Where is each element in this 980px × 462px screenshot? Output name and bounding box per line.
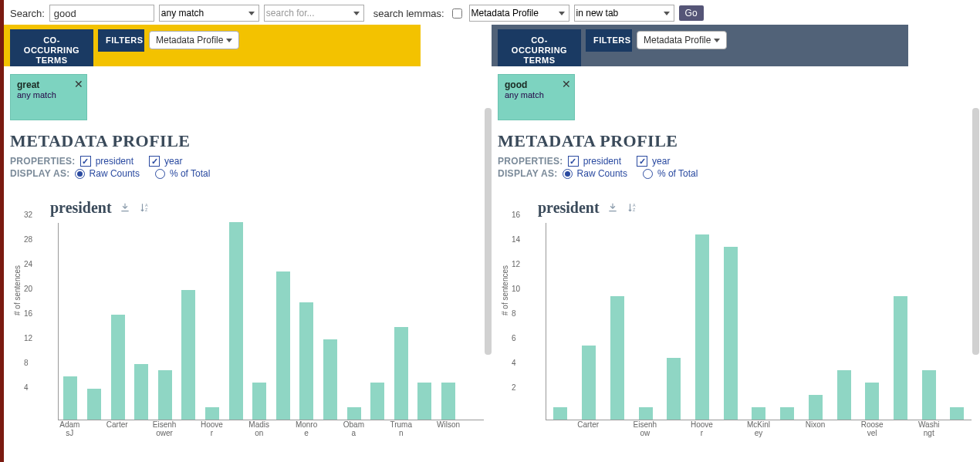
display-label: DISPLAY AS: <box>498 168 558 179</box>
chart-bar <box>394 327 408 420</box>
chart-bar <box>347 407 361 420</box>
search-input[interactable] <box>49 5 154 22</box>
display-pct-radio[interactable] <box>643 169 653 179</box>
go-button[interactable]: Go <box>679 5 704 21</box>
chart-ytick: 16 <box>24 309 32 318</box>
chart-download-icon[interactable] <box>120 202 132 214</box>
section-title: METADATA PROFILE <box>498 131 979 151</box>
chart-xlabel: Roosevel <box>860 421 884 437</box>
display-raw-label[interactable]: Raw Counts <box>577 168 627 179</box>
chart-download-icon[interactable] <box>607 202 620 214</box>
chart-xlabel: Madison <box>247 421 271 437</box>
chip-close-icon[interactable]: ✕ <box>74 78 83 90</box>
display-pct-label[interactable]: % of Total <box>170 168 210 179</box>
pane-right: CO-OCCURRING TERMS FILTERS Metadata Prof… <box>492 25 979 462</box>
search-label: Search: <box>10 8 45 19</box>
chart-xlabel: AdamsJ <box>58 421 82 437</box>
chip-subtitle: any match <box>505 90 568 99</box>
term-chip: good any match ✕ <box>498 74 575 120</box>
chart-bar <box>276 271 290 420</box>
chart-xlabel: Washingt <box>917 421 941 437</box>
view-select[interactable]: Metadata Profile <box>637 31 727 49</box>
chart-bar <box>252 383 266 420</box>
target-select[interactable]: in new tab <box>574 5 674 22</box>
chart-xlabel: Eisenhower <box>153 421 177 437</box>
chart-ytick: 4 <box>512 359 516 367</box>
chart-xlabel: McKinley <box>746 421 771 437</box>
chart-plot: # of sentences AdamsJCarterEisenhowerHoo… <box>41 223 492 439</box>
chart-ytick: 24 <box>24 260 32 268</box>
profile-select[interactable]: Metadata Profile <box>469 5 569 22</box>
chart-xlabel <box>176 421 200 437</box>
prop-year-label[interactable]: year <box>652 156 670 167</box>
search-for-select[interactable]: search for... <box>264 5 364 22</box>
prop-year-label[interactable]: year <box>164 156 182 167</box>
chart-bar <box>582 346 596 420</box>
prop-president-checkbox[interactable] <box>80 156 91 167</box>
chart-xlabel: Wilson <box>437 421 461 437</box>
chart-sort-icon[interactable]: AZ <box>627 202 640 214</box>
chart-bar <box>299 302 313 420</box>
chart-ytick: 28 <box>24 235 32 244</box>
match-mode-select[interactable]: any match <box>159 5 259 22</box>
chart-plot: # of sentences CarterEisenhowHooverMcKin… <box>529 223 979 439</box>
chart-bar <box>181 290 195 420</box>
chart-sort-icon[interactable]: AZ <box>140 202 152 214</box>
chart-bar <box>922 370 936 420</box>
chart-xlabel <box>460 421 484 437</box>
chart-xlabel <box>129 421 153 437</box>
chart-bar <box>724 247 738 420</box>
properties-label: PROPERTIES: <box>498 156 563 167</box>
display-pct-radio[interactable] <box>155 169 165 179</box>
prop-year-checkbox[interactable] <box>637 156 647 167</box>
chart-bar <box>752 407 765 420</box>
prop-president-label[interactable]: president <box>583 156 621 167</box>
chart-xlabel <box>318 421 342 437</box>
chart-bar <box>323 339 337 420</box>
chart-xlabel <box>82 421 106 437</box>
chart-xlabel <box>271 421 295 437</box>
display-label: DISPLAY AS: <box>10 168 70 179</box>
chart-bar <box>441 383 455 420</box>
display-raw-radio[interactable] <box>75 169 85 179</box>
chip-close-icon[interactable]: ✕ <box>562 78 571 90</box>
svg-text:Z: Z <box>145 207 148 211</box>
chart-ytick: 12 <box>24 334 32 342</box>
tab-filters[interactable]: FILTERS <box>98 29 144 52</box>
display-raw-label[interactable]: Raw Counts <box>90 168 140 179</box>
prop-year-checkbox[interactable] <box>149 156 160 167</box>
chart-ytick: 8 <box>512 309 516 318</box>
chart-ytick: 14 <box>512 235 520 244</box>
chart-ytick: 20 <box>24 285 32 293</box>
chart-bar <box>780 407 794 420</box>
chart-bar <box>229 222 243 420</box>
chip-term: great <box>17 79 80 90</box>
chart-xlabel <box>661 421 686 437</box>
chart-bar <box>370 383 384 420</box>
prop-president-label[interactable]: president <box>96 156 133 167</box>
chart-bar <box>809 395 823 420</box>
chart-xlabel: Hoover <box>689 421 714 437</box>
pane-left: CO-OCCURRING TERMS FILTERS Metadata Prof… <box>4 25 492 462</box>
prop-president-checkbox[interactable] <box>568 156 579 167</box>
display-pct-label[interactable]: % of Total <box>657 168 698 179</box>
chart-ytick: 12 <box>512 260 520 268</box>
section-title: METADATA PROFILE <box>10 131 492 151</box>
chart-ytick: 10 <box>512 285 520 293</box>
tab-filters[interactable]: FILTERS <box>586 29 632 52</box>
chart-ytick: 8 <box>24 359 29 367</box>
chart-xlabel <box>945 421 970 437</box>
display-raw-radio[interactable] <box>563 169 573 179</box>
chart-bar <box>610 296 624 420</box>
chart-bar <box>205 407 219 420</box>
chart-xlabel <box>831 421 856 437</box>
chart-xlabel <box>366 421 390 437</box>
chart-ytick: 4 <box>24 383 29 392</box>
chart-xlabel: Nixon <box>803 421 828 437</box>
chart-xlabel: Carter <box>105 421 129 437</box>
chart-xlabel <box>718 421 742 437</box>
view-select[interactable]: Metadata Profile <box>149 31 239 49</box>
chart-xlabel <box>413 421 437 437</box>
chart-xlabel: Monroe <box>295 421 319 437</box>
lemmas-checkbox[interactable] <box>452 8 462 19</box>
